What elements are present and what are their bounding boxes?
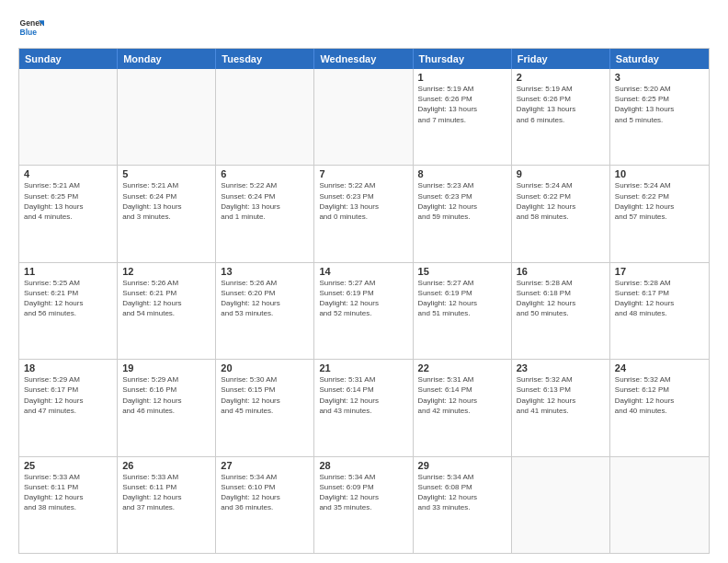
calendar-day-1: 1Sunrise: 5:19 AM Sunset: 6:26 PM Daylig… bbox=[414, 69, 512, 165]
day-info: Sunrise: 5:29 AM Sunset: 6:17 PM Dayligh… bbox=[24, 374, 112, 416]
day-number: 7 bbox=[319, 168, 407, 179]
calendar-empty-cell bbox=[216, 69, 314, 165]
logo-icon: General Blue bbox=[18, 15, 44, 40]
day-number: 23 bbox=[517, 362, 605, 373]
calendar-day-29: 29Sunrise: 5:34 AM Sunset: 6:08 PM Dayli… bbox=[414, 457, 512, 553]
day-info: Sunrise: 5:27 AM Sunset: 6:19 PM Dayligh… bbox=[319, 278, 407, 319]
calendar-day-20: 20Sunrise: 5:30 AM Sunset: 6:15 PM Dayli… bbox=[216, 360, 314, 455]
calendar-day-26: 26Sunrise: 5:33 AM Sunset: 6:11 PM Dayli… bbox=[118, 457, 216, 553]
day-info: Sunrise: 5:28 AM Sunset: 6:17 PM Dayligh… bbox=[615, 278, 704, 319]
logo: General Blue bbox=[18, 15, 44, 40]
day-number: 1 bbox=[418, 72, 506, 83]
calendar-day-16: 16Sunrise: 5:28 AM Sunset: 6:18 PM Dayli… bbox=[512, 263, 610, 359]
header-day-tuesday: Tuesday bbox=[216, 49, 314, 69]
calendar-week-2: 4Sunrise: 5:21 AM Sunset: 6:25 PM Daylig… bbox=[19, 166, 709, 262]
day-info: Sunrise: 5:24 AM Sunset: 6:22 PM Dayligh… bbox=[517, 180, 605, 222]
day-number: 29 bbox=[418, 460, 506, 471]
day-number: 14 bbox=[319, 266, 407, 277]
day-number: 28 bbox=[319, 460, 407, 471]
calendar-week-1: 1Sunrise: 5:19 AM Sunset: 6:26 PM Daylig… bbox=[19, 69, 709, 166]
calendar-day-21: 21Sunrise: 5:31 AM Sunset: 6:14 PM Dayli… bbox=[314, 360, 413, 455]
calendar-day-28: 28Sunrise: 5:34 AM Sunset: 6:09 PM Dayli… bbox=[314, 457, 413, 553]
calendar: SundayMondayTuesdayWednesdayThursdayFrid… bbox=[18, 48, 710, 554]
calendar-week-5: 25Sunrise: 5:33 AM Sunset: 6:11 PM Dayli… bbox=[19, 457, 709, 553]
day-number: 21 bbox=[319, 362, 407, 373]
calendar-empty-cell bbox=[512, 457, 610, 553]
day-number: 24 bbox=[615, 362, 704, 373]
calendar-day-22: 22Sunrise: 5:31 AM Sunset: 6:14 PM Dayli… bbox=[414, 360, 512, 455]
day-info: Sunrise: 5:20 AM Sunset: 6:25 PM Dayligh… bbox=[615, 84, 704, 125]
day-number: 15 bbox=[418, 266, 506, 277]
day-number: 9 bbox=[517, 168, 605, 179]
calendar-day-12: 12Sunrise: 5:26 AM Sunset: 6:21 PM Dayli… bbox=[118, 263, 216, 359]
day-number: 3 bbox=[615, 72, 704, 83]
day-info: Sunrise: 5:22 AM Sunset: 6:23 PM Dayligh… bbox=[319, 180, 407, 222]
day-number: 18 bbox=[24, 362, 112, 373]
calendar-empty-cell bbox=[19, 69, 118, 165]
calendar-body: 1Sunrise: 5:19 AM Sunset: 6:26 PM Daylig… bbox=[19, 69, 709, 553]
calendar-day-7: 7Sunrise: 5:22 AM Sunset: 6:23 PM Daylig… bbox=[314, 166, 413, 261]
day-info: Sunrise: 5:25 AM Sunset: 6:21 PM Dayligh… bbox=[24, 278, 112, 319]
day-number: 27 bbox=[221, 460, 309, 471]
calendar-day-4: 4Sunrise: 5:21 AM Sunset: 6:25 PM Daylig… bbox=[19, 166, 118, 261]
header-day-saturday: Saturday bbox=[610, 49, 709, 69]
day-info: Sunrise: 5:34 AM Sunset: 6:09 PM Dayligh… bbox=[319, 472, 407, 513]
calendar-day-24: 24Sunrise: 5:32 AM Sunset: 6:12 PM Dayli… bbox=[610, 360, 709, 455]
day-info: Sunrise: 5:22 AM Sunset: 6:24 PM Dayligh… bbox=[221, 180, 309, 222]
header-day-wednesday: Wednesday bbox=[314, 49, 413, 69]
calendar-day-8: 8Sunrise: 5:23 AM Sunset: 6:23 PM Daylig… bbox=[414, 166, 512, 261]
day-info: Sunrise: 5:21 AM Sunset: 6:25 PM Dayligh… bbox=[24, 180, 112, 222]
day-info: Sunrise: 5:33 AM Sunset: 6:11 PM Dayligh… bbox=[24, 472, 112, 513]
day-info: Sunrise: 5:19 AM Sunset: 6:26 PM Dayligh… bbox=[418, 84, 506, 125]
calendar-day-11: 11Sunrise: 5:25 AM Sunset: 6:21 PM Dayli… bbox=[19, 263, 118, 359]
calendar-day-19: 19Sunrise: 5:29 AM Sunset: 6:16 PM Dayli… bbox=[118, 360, 216, 455]
calendar-day-25: 25Sunrise: 5:33 AM Sunset: 6:11 PM Dayli… bbox=[19, 457, 118, 553]
calendar-day-13: 13Sunrise: 5:26 AM Sunset: 6:20 PM Dayli… bbox=[216, 263, 314, 359]
day-number: 13 bbox=[221, 266, 309, 277]
day-number: 6 bbox=[221, 168, 309, 179]
calendar-day-10: 10Sunrise: 5:24 AM Sunset: 6:22 PM Dayli… bbox=[610, 166, 709, 261]
day-info: Sunrise: 5:26 AM Sunset: 6:21 PM Dayligh… bbox=[122, 278, 210, 319]
calendar-day-5: 5Sunrise: 5:21 AM Sunset: 6:24 PM Daylig… bbox=[118, 166, 216, 261]
day-info: Sunrise: 5:32 AM Sunset: 6:13 PM Dayligh… bbox=[517, 374, 605, 416]
day-info: Sunrise: 5:24 AM Sunset: 6:22 PM Dayligh… bbox=[615, 180, 704, 222]
day-info: Sunrise: 5:32 AM Sunset: 6:12 PM Dayligh… bbox=[615, 374, 704, 416]
day-number: 12 bbox=[122, 266, 210, 277]
day-number: 11 bbox=[24, 266, 112, 277]
calendar-empty-cell bbox=[118, 69, 216, 165]
day-info: Sunrise: 5:27 AM Sunset: 6:19 PM Dayligh… bbox=[418, 278, 506, 319]
day-info: Sunrise: 5:33 AM Sunset: 6:11 PM Dayligh… bbox=[122, 472, 210, 513]
day-info: Sunrise: 5:26 AM Sunset: 6:20 PM Dayligh… bbox=[221, 278, 309, 319]
day-number: 16 bbox=[517, 266, 605, 277]
day-number: 22 bbox=[418, 362, 506, 373]
day-number: 4 bbox=[24, 168, 112, 179]
day-info: Sunrise: 5:29 AM Sunset: 6:16 PM Dayligh… bbox=[122, 374, 210, 416]
calendar-day-18: 18Sunrise: 5:29 AM Sunset: 6:17 PM Dayli… bbox=[19, 360, 118, 455]
day-info: Sunrise: 5:23 AM Sunset: 6:23 PM Dayligh… bbox=[418, 180, 506, 222]
calendar-empty-cell bbox=[610, 457, 709, 553]
header-day-thursday: Thursday bbox=[414, 49, 512, 69]
day-number: 26 bbox=[122, 460, 210, 471]
header: General Blue bbox=[18, 15, 710, 40]
day-info: Sunrise: 5:28 AM Sunset: 6:18 PM Dayligh… bbox=[517, 278, 605, 319]
svg-text:Blue: Blue bbox=[20, 28, 38, 37]
header-day-sunday: Sunday bbox=[19, 49, 118, 69]
calendar-day-14: 14Sunrise: 5:27 AM Sunset: 6:19 PM Dayli… bbox=[314, 263, 413, 359]
calendar-week-3: 11Sunrise: 5:25 AM Sunset: 6:21 PM Dayli… bbox=[19, 263, 709, 360]
day-number: 19 bbox=[122, 362, 210, 373]
day-info: Sunrise: 5:30 AM Sunset: 6:15 PM Dayligh… bbox=[221, 374, 309, 416]
day-number: 2 bbox=[517, 72, 605, 83]
page: General Blue SundayMondayTuesdayWednesda… bbox=[0, 0, 728, 563]
day-number: 25 bbox=[24, 460, 112, 471]
header-day-monday: Monday bbox=[118, 49, 216, 69]
calendar-day-3: 3Sunrise: 5:20 AM Sunset: 6:25 PM Daylig… bbox=[610, 69, 709, 165]
day-info: Sunrise: 5:34 AM Sunset: 6:10 PM Dayligh… bbox=[221, 472, 309, 513]
calendar-week-4: 18Sunrise: 5:29 AM Sunset: 6:17 PM Dayli… bbox=[19, 360, 709, 456]
svg-text:General: General bbox=[20, 18, 44, 28]
calendar-day-15: 15Sunrise: 5:27 AM Sunset: 6:19 PM Dayli… bbox=[414, 263, 512, 359]
day-number: 5 bbox=[122, 168, 210, 179]
day-info: Sunrise: 5:31 AM Sunset: 6:14 PM Dayligh… bbox=[319, 374, 407, 416]
day-number: 20 bbox=[221, 362, 309, 373]
day-info: Sunrise: 5:19 AM Sunset: 6:26 PM Dayligh… bbox=[517, 84, 605, 125]
calendar-day-6: 6Sunrise: 5:22 AM Sunset: 6:24 PM Daylig… bbox=[216, 166, 314, 261]
